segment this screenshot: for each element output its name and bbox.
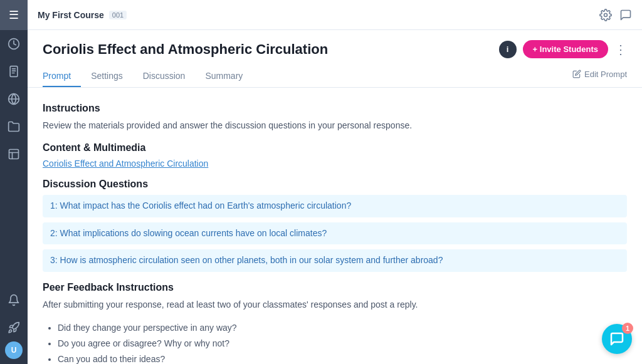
sidebar-item-rocket[interactable] [0, 314, 28, 341]
peer-feedback-bullets: Did they change your perspective in any … [43, 321, 627, 364]
sidebar-item-document[interactable] [0, 58, 28, 85]
edit-prompt-label: Edit Prompt [584, 70, 627, 79]
course-title: My First Course [38, 10, 104, 20]
content-multimedia-link[interactable]: Coriolis Effect and Atmospheric Circulat… [43, 159, 627, 169]
bullet-3: Can you add to their ideas? [58, 353, 627, 364]
sidebar-item-folder[interactable] [0, 113, 28, 140]
tabs: Prompt Settings Discussion Summary [43, 66, 253, 87]
tabs-row: Prompt Settings Discussion Summary Edit … [43, 66, 627, 87]
sidebar: ☰ U [0, 0, 28, 364]
peer-feedback-section: Peer Feedback Instructions After submitt… [43, 282, 627, 364]
menu-icon: ☰ [9, 8, 19, 22]
instructions-heading: Instructions [43, 103, 627, 114]
sidebar-item-reports[interactable] [0, 140, 28, 168]
invite-students-button[interactable]: + Invite Students [523, 40, 608, 58]
tab-summary[interactable]: Summary [195, 66, 253, 87]
discussion-heading: Discussion Questions [43, 179, 627, 190]
peer-feedback-text: After submitting your response, read at … [43, 298, 627, 311]
bullet-2: Do you agree or disagree? Why or why not… [58, 337, 627, 350]
info-icon[interactable]: i [499, 41, 517, 58]
sidebar-item-globe[interactable] [0, 85, 28, 113]
question-2: 2: What implications do slowing ocean cu… [43, 222, 627, 245]
tab-settings[interactable]: Settings [81, 66, 133, 87]
content-multimedia-heading: Content & Multimedia [43, 142, 627, 153]
question-3: 3: How is atmospheric circulation seen o… [43, 249, 627, 272]
tab-prompt[interactable]: Prompt [43, 66, 81, 87]
chat-bubble-badge: 1 [622, 323, 633, 334]
svg-point-8 [604, 13, 608, 16]
main-content: My First Course 001 Coriolis Effect and … [28, 0, 642, 364]
sidebar-menu-btn[interactable]: ☰ [0, 0, 28, 30]
instructions-text: Review the materials provided and answer… [43, 119, 627, 132]
sidebar-item-bell[interactable] [0, 286, 28, 314]
chat-icon[interactable] [619, 9, 632, 21]
discussion-questions: 1: What impact has the Coriolis effect h… [43, 195, 627, 272]
svg-rect-7 [9, 150, 19, 159]
content-header: Coriolis Effect and Atmospheric Circulat… [28, 30, 642, 88]
chat-bubble-button[interactable]: 1 [602, 324, 632, 354]
avatar[interactable]: U [5, 341, 23, 359]
tab-discussion[interactable]: Discussion [133, 66, 196, 87]
settings-icon[interactable] [599, 9, 612, 21]
content-body: Instructions Review the materials provid… [28, 88, 642, 364]
topbar: My First Course 001 [28, 0, 642, 30]
page-title: Coriolis Effect and Atmospheric Circulat… [43, 41, 499, 58]
peer-feedback-heading: Peer Feedback Instructions [43, 282, 627, 293]
sidebar-item-history[interactable] [0, 30, 28, 58]
question-1: 1: What impact has the Coriolis effect h… [43, 195, 627, 217]
course-badge: 001 [109, 11, 127, 19]
edit-prompt-button[interactable]: Edit Prompt [572, 70, 627, 84]
bullet-1: Did they change your perspective in any … [58, 321, 627, 335]
more-options-button[interactable]: ⋮ [614, 42, 627, 57]
